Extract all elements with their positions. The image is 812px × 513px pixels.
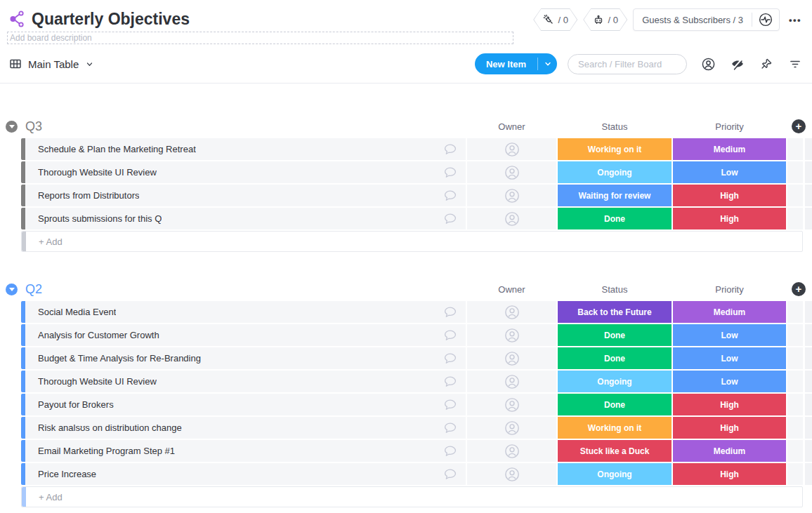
status-cell[interactable]: Done <box>558 394 672 415</box>
chat-bubble-icon[interactable] <box>443 444 458 459</box>
filler-cell <box>787 138 803 160</box>
owner-cell[interactable] <box>467 161 556 183</box>
integrations-button[interactable]: / 0 <box>533 8 577 31</box>
status-cell[interactable]: Working on it <box>558 138 672 160</box>
priority-cell[interactable]: High <box>673 394 786 415</box>
priority-cell[interactable]: High <box>673 208 786 229</box>
new-item-dropdown-chevron-icon[interactable] <box>538 53 557 74</box>
priority-cell[interactable]: High <box>673 463 786 485</box>
automations-button[interactable]: / 0 <box>583 8 627 31</box>
column-header-priority[interactable]: Priority <box>673 114 786 138</box>
group-title[interactable]: Q2 <box>25 282 42 297</box>
chat-bubble-icon[interactable] <box>443 467 458 482</box>
new-item-label[interactable]: New Item <box>475 53 537 74</box>
status-label: Ongoing <box>597 469 631 479</box>
chat-bubble-icon[interactable] <box>443 188 458 204</box>
status-cell[interactable]: Done <box>558 324 672 346</box>
status-cell[interactable]: Working on it <box>558 417 672 439</box>
chat-bubble-icon[interactable] <box>443 328 458 343</box>
add-item-row[interactable]: + Add <box>21 231 803 252</box>
group-title[interactable]: Q3 <box>25 119 42 134</box>
chevron-down-icon[interactable] <box>84 59 95 69</box>
owner-cell[interactable] <box>467 185 556 206</box>
status-cell[interactable]: Done <box>558 208 672 229</box>
priority-cell[interactable]: Medium <box>673 440 786 462</box>
new-item-button[interactable]: New Item <box>475 53 557 74</box>
item-name-cell[interactable]: Email Marketing Program Step #1 <box>25 440 466 462</box>
priority-cell[interactable]: Medium <box>673 301 786 323</box>
table-row: Risk analsʊs on distribution change Work… <box>21 417 812 439</box>
owner-cell[interactable] <box>467 417 556 439</box>
chat-bubble-icon[interactable] <box>443 351 458 366</box>
status-cell[interactable]: Ongoing <box>558 371 672 392</box>
chat-bubble-icon[interactable] <box>443 165 458 180</box>
status-cell[interactable]: Waiting for review <box>558 185 672 206</box>
chat-bubble-icon[interactable] <box>443 397 458 413</box>
pin-icon[interactable] <box>759 57 773 71</box>
status-cell[interactable]: Stuck like a Duck <box>558 440 672 462</box>
column-header-status[interactable]: Status <box>558 114 672 138</box>
priority-cell[interactable]: Low <box>673 161 786 183</box>
chat-bubble-icon[interactable] <box>443 374 458 389</box>
tab-main-table[interactable]: Main Table <box>8 57 95 71</box>
owner-cell[interactable] <box>467 208 556 229</box>
item-name-cell[interactable]: Budget & Time Analysis for Re-Branding <box>25 347 466 369</box>
hidden-eye-icon[interactable] <box>731 57 745 71</box>
column-header-owner[interactable]: Owner <box>467 114 556 138</box>
owner-cell[interactable] <box>467 440 556 462</box>
priority-cell[interactable]: Low <box>673 347 786 369</box>
guests-subscribers-button[interactable]: Guests & Subscribers / 3 <box>633 8 780 31</box>
priority-cell[interactable]: Medium <box>673 138 786 160</box>
item-name-cell[interactable]: Sprouts submissions for this Q <box>25 208 466 229</box>
chat-bubble-icon[interactable] <box>443 142 458 157</box>
item-name-cell[interactable]: Analysis for Customer Growth <box>25 324 466 346</box>
owner-cell[interactable] <box>467 394 556 415</box>
column-header-priority[interactable]: Priority <box>673 277 786 301</box>
avatar-icon <box>504 211 520 227</box>
item-name-cell[interactable]: Schedule & Plan the Marketing Retreat <box>25 138 466 160</box>
group-collapse-button[interactable] <box>6 284 18 295</box>
owner-cell[interactable] <box>467 463 556 485</box>
priority-cell[interactable]: Low <box>673 324 786 346</box>
item-name-cell[interactable]: Thorough Website UI Review <box>25 161 466 183</box>
priority-cell[interactable]: High <box>673 417 786 439</box>
activity-icon[interactable] <box>752 12 779 27</box>
item-name-cell[interactable]: Risk analsʊs on distribution change <box>25 417 466 439</box>
table-view-icon <box>8 57 22 71</box>
group-collapse-button[interactable] <box>6 121 18 133</box>
more-options-button[interactable]: ••• <box>785 15 805 25</box>
toolbar-divider <box>0 83 812 84</box>
owner-cell[interactable] <box>467 347 556 369</box>
column-header-owner[interactable]: Owner <box>467 277 556 301</box>
board-title[interactable]: Quarterly Objectives <box>32 8 190 29</box>
add-column-button[interactable]: + <box>792 282 806 296</box>
add-column-button[interactable]: + <box>792 119 806 133</box>
owner-cell[interactable] <box>467 324 556 346</box>
owner-cell[interactable] <box>467 371 556 392</box>
chat-bubble-icon[interactable] <box>443 305 458 320</box>
item-name-cell[interactable]: Thorough Website UI Review <box>25 371 466 392</box>
chat-bubble-icon[interactable] <box>443 211 458 227</box>
status-cell[interactable]: Ongoing <box>558 161 672 183</box>
board-description-placeholder[interactable]: Add board description <box>7 32 513 44</box>
status-cell[interactable]: Ongoing <box>558 463 672 485</box>
add-item-row[interactable]: + Add <box>21 486 803 507</box>
person-icon[interactable] <box>701 57 716 72</box>
chat-bubble-icon[interactable] <box>443 420 458 436</box>
status-cell[interactable]: Done <box>558 347 672 369</box>
column-header-status[interactable]: Status <box>558 277 672 301</box>
search-input[interactable] <box>568 54 687 74</box>
priority-cell[interactable]: High <box>673 185 786 206</box>
priority-cell[interactable]: Low <box>673 371 786 392</box>
item-name-cell[interactable]: Payout for Brokers <box>25 394 466 415</box>
item-name-cell[interactable]: Social Media Event <box>25 301 466 323</box>
table-row: Analysis for Customer Growth Done Low <box>21 324 812 346</box>
status-label: Done <box>604 331 625 340</box>
item-name-cell[interactable]: Price Increase <box>25 463 466 485</box>
row-edge <box>805 324 812 346</box>
item-name-cell[interactable]: Reports from Distributors <box>25 185 466 206</box>
filter-icon[interactable] <box>788 57 802 71</box>
status-cell[interactable]: Back to the Future <box>558 301 672 323</box>
owner-cell[interactable] <box>467 301 556 323</box>
owner-cell[interactable] <box>467 138 556 160</box>
